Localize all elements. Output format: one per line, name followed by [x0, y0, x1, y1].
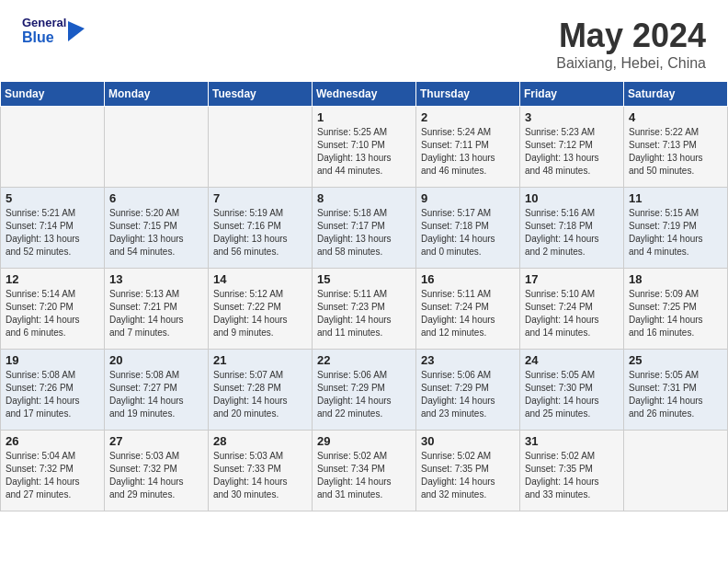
day-number: 16 [421, 272, 515, 286]
calendar-cell: 14Sunrise: 5:12 AM Sunset: 7:22 PM Dayli… [209, 269, 313, 350]
calendar-cell: 30Sunrise: 5:02 AM Sunset: 7:35 PM Dayli… [416, 431, 520, 511]
calendar-cell: 20Sunrise: 5:08 AM Sunset: 7:27 PM Dayli… [105, 350, 209, 431]
day-number: 10 [525, 191, 619, 205]
header-wednesday: Wednesday [313, 82, 416, 107]
calendar-cell: 22Sunrise: 5:06 AM Sunset: 7:29 PM Dayli… [313, 350, 416, 431]
day-number: 20 [109, 353, 203, 367]
day-number: 22 [317, 353, 411, 367]
day-info: Sunrise: 5:24 AM Sunset: 7:11 PM Dayligh… [421, 126, 515, 178]
title-block: May 2024 Baixiang, Hebei, China [556, 17, 706, 72]
day-number: 28 [213, 434, 307, 448]
day-number: 25 [629, 353, 722, 367]
day-info: Sunrise: 5:09 AM Sunset: 7:25 PM Dayligh… [629, 288, 722, 339]
day-info: Sunrise: 5:03 AM Sunset: 7:33 PM Dayligh… [213, 450, 307, 501]
day-number: 12 [6, 272, 99, 286]
day-number: 26 [6, 434, 99, 448]
header-tuesday: Tuesday [209, 82, 313, 107]
day-info: Sunrise: 5:10 AM Sunset: 7:24 PM Dayligh… [525, 288, 619, 339]
day-info: Sunrise: 5:03 AM Sunset: 7:32 PM Dayligh… [109, 450, 203, 501]
calendar-cell: 19Sunrise: 5:08 AM Sunset: 7:26 PM Dayli… [1, 350, 105, 431]
calendar-week-3: 12Sunrise: 5:14 AM Sunset: 7:20 PM Dayli… [1, 269, 728, 350]
calendar-cell: 5Sunrise: 5:21 AM Sunset: 7:14 PM Daylig… [1, 188, 105, 269]
day-number: 30 [421, 434, 515, 448]
day-info: Sunrise: 5:02 AM Sunset: 7:35 PM Dayligh… [525, 450, 619, 501]
calendar-cell: 8Sunrise: 5:18 AM Sunset: 7:17 PM Daylig… [313, 188, 416, 269]
day-info: Sunrise: 5:16 AM Sunset: 7:18 PM Dayligh… [525, 207, 619, 259]
day-info: Sunrise: 5:13 AM Sunset: 7:21 PM Dayligh… [109, 288, 203, 339]
calendar-cell [209, 107, 313, 188]
calendar-week-4: 19Sunrise: 5:08 AM Sunset: 7:26 PM Dayli… [1, 350, 728, 431]
logo-blue: Blue [22, 29, 66, 46]
calendar-cell: 1Sunrise: 5:25 AM Sunset: 7:10 PM Daylig… [313, 107, 416, 188]
calendar-week-5: 26Sunrise: 5:04 AM Sunset: 7:32 PM Dayli… [1, 431, 728, 511]
day-info: Sunrise: 5:08 AM Sunset: 7:27 PM Dayligh… [109, 369, 203, 420]
day-info: Sunrise: 5:06 AM Sunset: 7:29 PM Dayligh… [421, 369, 515, 420]
day-info: Sunrise: 5:06 AM Sunset: 7:29 PM Dayligh… [317, 369, 411, 420]
page-header: General Blue May 2024 Baixiang, Hebei, C… [0, 0, 728, 81]
day-info: Sunrise: 5:18 AM Sunset: 7:17 PM Dayligh… [317, 207, 411, 259]
calendar-cell: 17Sunrise: 5:10 AM Sunset: 7:24 PM Dayli… [520, 269, 624, 350]
calendar-cell [105, 107, 209, 188]
day-info: Sunrise: 5:07 AM Sunset: 7:28 PM Dayligh… [213, 369, 307, 420]
day-number: 8 [317, 191, 411, 205]
day-info: Sunrise: 5:20 AM Sunset: 7:15 PM Dayligh… [109, 207, 203, 259]
calendar-header: Sunday Monday Tuesday Wednesday Thursday… [1, 82, 728, 107]
day-number: 15 [317, 272, 411, 286]
calendar-cell: 2Sunrise: 5:24 AM Sunset: 7:11 PM Daylig… [416, 107, 520, 188]
day-info: Sunrise: 5:04 AM Sunset: 7:32 PM Dayligh… [6, 450, 99, 501]
day-number: 27 [109, 434, 203, 448]
calendar-cell: 7Sunrise: 5:19 AM Sunset: 7:16 PM Daylig… [209, 188, 313, 269]
svg-marker-0 [68, 21, 85, 41]
calendar-cell: 27Sunrise: 5:03 AM Sunset: 7:32 PM Dayli… [105, 431, 209, 511]
day-info: Sunrise: 5:15 AM Sunset: 7:19 PM Dayligh… [629, 207, 722, 259]
calendar-cell: 15Sunrise: 5:11 AM Sunset: 7:23 PM Dayli… [313, 269, 416, 350]
calendar-cell: 25Sunrise: 5:05 AM Sunset: 7:31 PM Dayli… [624, 350, 728, 431]
day-info: Sunrise: 5:25 AM Sunset: 7:10 PM Dayligh… [317, 126, 411, 178]
calendar-body: 1Sunrise: 5:25 AM Sunset: 7:10 PM Daylig… [1, 107, 728, 511]
calendar-cell: 13Sunrise: 5:13 AM Sunset: 7:21 PM Dayli… [105, 269, 209, 350]
day-number: 31 [525, 434, 619, 448]
calendar-cell: 10Sunrise: 5:16 AM Sunset: 7:18 PM Dayli… [520, 188, 624, 269]
calendar-cell: 24Sunrise: 5:05 AM Sunset: 7:30 PM Dayli… [520, 350, 624, 431]
calendar-cell [1, 107, 105, 188]
logo: General Blue [22, 17, 85, 46]
day-number: 6 [109, 191, 203, 205]
day-info: Sunrise: 5:11 AM Sunset: 7:24 PM Dayligh… [421, 288, 515, 339]
day-info: Sunrise: 5:23 AM Sunset: 7:12 PM Dayligh… [525, 126, 619, 178]
calendar-cell: 23Sunrise: 5:06 AM Sunset: 7:29 PM Dayli… [416, 350, 520, 431]
day-info: Sunrise: 5:05 AM Sunset: 7:31 PM Dayligh… [629, 369, 722, 420]
logo-general: General [22, 17, 66, 29]
day-number: 11 [629, 191, 722, 205]
weekday-header-row: Sunday Monday Tuesday Wednesday Thursday… [1, 82, 728, 107]
day-info: Sunrise: 5:02 AM Sunset: 7:34 PM Dayligh… [317, 450, 411, 501]
day-info: Sunrise: 5:11 AM Sunset: 7:23 PM Dayligh… [317, 288, 411, 339]
day-number: 29 [317, 434, 411, 448]
day-number: 2 [421, 110, 515, 124]
day-number: 14 [213, 272, 307, 286]
calendar-cell: 26Sunrise: 5:04 AM Sunset: 7:32 PM Dayli… [1, 431, 105, 511]
calendar-cell: 4Sunrise: 5:22 AM Sunset: 7:13 PM Daylig… [624, 107, 728, 188]
day-info: Sunrise: 5:22 AM Sunset: 7:13 PM Dayligh… [629, 126, 722, 178]
day-number: 9 [421, 191, 515, 205]
calendar-cell: 31Sunrise: 5:02 AM Sunset: 7:35 PM Dayli… [520, 431, 624, 511]
day-number: 18 [629, 272, 722, 286]
header-saturday: Saturday [624, 82, 728, 107]
day-info: Sunrise: 5:21 AM Sunset: 7:14 PM Dayligh… [6, 207, 99, 259]
month-title: May 2024 [556, 17, 706, 55]
calendar-cell: 11Sunrise: 5:15 AM Sunset: 7:19 PM Dayli… [624, 188, 728, 269]
day-info: Sunrise: 5:05 AM Sunset: 7:30 PM Dayligh… [525, 369, 619, 420]
day-number: 21 [213, 353, 307, 367]
day-number: 23 [421, 353, 515, 367]
day-info: Sunrise: 5:14 AM Sunset: 7:20 PM Dayligh… [6, 288, 99, 339]
day-info: Sunrise: 5:02 AM Sunset: 7:35 PM Dayligh… [421, 450, 515, 501]
calendar-week-1: 1Sunrise: 5:25 AM Sunset: 7:10 PM Daylig… [1, 107, 728, 188]
day-number: 3 [525, 110, 619, 124]
logo-text: General Blue [22, 17, 66, 46]
calendar-table: Sunday Monday Tuesday Wednesday Thursday… [0, 81, 728, 511]
header-monday: Monday [105, 82, 209, 107]
calendar-cell: 28Sunrise: 5:03 AM Sunset: 7:33 PM Dayli… [209, 431, 313, 511]
calendar-cell: 21Sunrise: 5:07 AM Sunset: 7:28 PM Dayli… [209, 350, 313, 431]
calendar-cell: 16Sunrise: 5:11 AM Sunset: 7:24 PM Dayli… [416, 269, 520, 350]
day-number: 19 [6, 353, 99, 367]
header-thursday: Thursday [416, 82, 520, 107]
